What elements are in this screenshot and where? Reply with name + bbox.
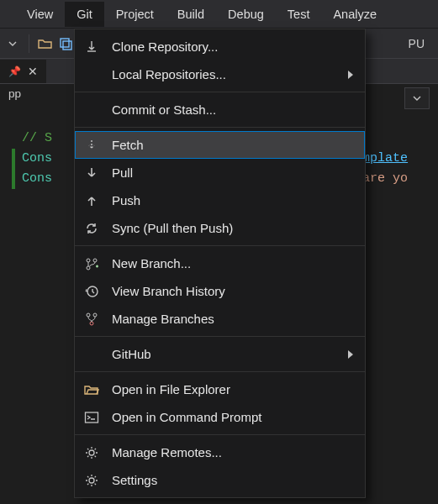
mi-clone-repository[interactable]: Clone Repository... bbox=[75, 33, 365, 60]
menu-separator bbox=[75, 371, 365, 372]
mi-label: Manage Remotes... bbox=[112, 445, 353, 459]
svg-rect-9 bbox=[86, 412, 98, 423]
fetch-icon bbox=[83, 137, 100, 154]
mi-label: View Branch History bbox=[112, 284, 353, 298]
mi-open-in-command-prompt[interactable]: Open in Command Prompt bbox=[75, 403, 365, 431]
git-menu: Clone Repository... Local Repositories..… bbox=[74, 29, 366, 498]
mi-label: Commit or Stash... bbox=[112, 102, 353, 117]
code-type: Cons bbox=[22, 151, 52, 165]
menu-analyze[interactable]: Analyze bbox=[321, 2, 388, 27]
mi-local-repositories[interactable]: Local Repositories... bbox=[75, 60, 365, 88]
blank-icon bbox=[83, 102, 100, 118]
blank-icon bbox=[83, 346, 100, 363]
menu-separator bbox=[75, 127, 365, 128]
code-type: Cons bbox=[22, 171, 52, 186]
svg-rect-1 bbox=[63, 41, 71, 50]
save-all-icon[interactable] bbox=[58, 36, 73, 51]
pull-icon bbox=[83, 165, 100, 181]
mi-pull[interactable]: Pull bbox=[75, 159, 365, 186]
sync-icon bbox=[83, 220, 100, 237]
mi-label: Local Repositories... bbox=[112, 67, 336, 81]
svg-rect-0 bbox=[61, 39, 69, 47]
mi-sync[interactable]: Sync (Pull then Push) bbox=[75, 214, 365, 242]
toolbar-separator bbox=[29, 34, 29, 53]
submenu-arrow-icon bbox=[348, 350, 353, 359]
svg-point-2 bbox=[87, 259, 90, 262]
svg-point-3 bbox=[93, 259, 97, 262]
menu-test[interactable]: Test bbox=[276, 2, 322, 27]
mi-commit-or-stash[interactable]: Commit or Stash... bbox=[75, 96, 365, 123]
mi-label: Manage Branches bbox=[112, 312, 353, 326]
menubar: View Git Project Build Debug Test Analyz… bbox=[0, 0, 438, 29]
push-icon bbox=[83, 192, 100, 209]
editor-tab[interactable]: 📌 ✕ bbox=[0, 60, 46, 83]
branches-icon bbox=[83, 311, 100, 328]
menu-separator bbox=[75, 92, 365, 92]
clone-icon bbox=[83, 39, 100, 55]
editor-dropdown-button[interactable] bbox=[404, 87, 430, 109]
mi-settings[interactable]: Settings bbox=[75, 466, 365, 494]
folder-open-icon bbox=[83, 381, 100, 398]
menu-separator bbox=[75, 336, 365, 337]
gear-icon bbox=[83, 444, 100, 461]
blank-icon bbox=[83, 66, 100, 83]
nav-dropdown-icon[interactable] bbox=[5, 36, 20, 51]
mi-manage-branches[interactable]: Manage Branches bbox=[75, 305, 365, 333]
open-folder-icon[interactable] bbox=[38, 36, 53, 51]
code-string: yo bbox=[393, 171, 408, 186]
mi-label: Settings bbox=[112, 473, 353, 487]
menu-build[interactable]: Build bbox=[166, 2, 216, 27]
submenu-arrow-icon bbox=[348, 71, 353, 79]
pin-icon[interactable]: 📌 bbox=[8, 66, 21, 77]
menu-separator bbox=[75, 434, 365, 435]
mi-label: Fetch bbox=[112, 138, 353, 152]
mi-label: GitHub bbox=[112, 347, 336, 361]
mi-fetch[interactable]: Fetch bbox=[75, 131, 365, 159]
svg-point-8 bbox=[90, 322, 93, 325]
mi-github[interactable]: GitHub bbox=[75, 340, 365, 368]
svg-point-10 bbox=[89, 450, 94, 455]
menu-view[interactable]: View bbox=[15, 2, 65, 27]
mi-label: Open in Command Prompt bbox=[112, 410, 353, 424]
editor-gutter bbox=[0, 129, 18, 189]
svg-point-6 bbox=[87, 313, 90, 317]
menu-git[interactable]: Git bbox=[65, 2, 104, 27]
branch-new-icon bbox=[83, 255, 100, 272]
mi-new-branch[interactable]: New Branch... bbox=[75, 249, 365, 277]
gear-icon bbox=[83, 472, 100, 489]
close-icon[interactable]: ✕ bbox=[28, 65, 38, 78]
toolbar-config-text: PU bbox=[409, 37, 430, 50]
history-icon bbox=[83, 283, 100, 300]
mi-label: Pull bbox=[112, 165, 353, 180]
mi-label: Clone Repository... bbox=[112, 39, 353, 54]
mi-label: New Branch... bbox=[112, 256, 353, 270]
menu-project[interactable]: Project bbox=[104, 2, 166, 27]
menu-separator bbox=[75, 245, 365, 246]
code-string: are bbox=[362, 171, 393, 186]
terminal-icon bbox=[83, 409, 100, 426]
menu-debug[interactable]: Debug bbox=[216, 2, 276, 27]
svg-point-11 bbox=[89, 478, 94, 483]
change-indicator bbox=[12, 149, 15, 189]
mi-view-branch-history[interactable]: View Branch History bbox=[75, 277, 365, 305]
mi-label: Push bbox=[112, 193, 353, 207]
mi-label: Sync (Pull then Push) bbox=[112, 221, 353, 235]
mi-label: Open in File Explorer bbox=[112, 382, 353, 396]
mi-manage-remotes[interactable]: Manage Remotes... bbox=[75, 438, 365, 466]
svg-point-7 bbox=[93, 313, 97, 317]
svg-point-4 bbox=[87, 266, 90, 270]
code-comment: // S bbox=[22, 131, 52, 145]
mi-push[interactable]: Push bbox=[75, 186, 365, 214]
mi-open-in-file-explorer[interactable]: Open in File Explorer bbox=[75, 375, 365, 403]
